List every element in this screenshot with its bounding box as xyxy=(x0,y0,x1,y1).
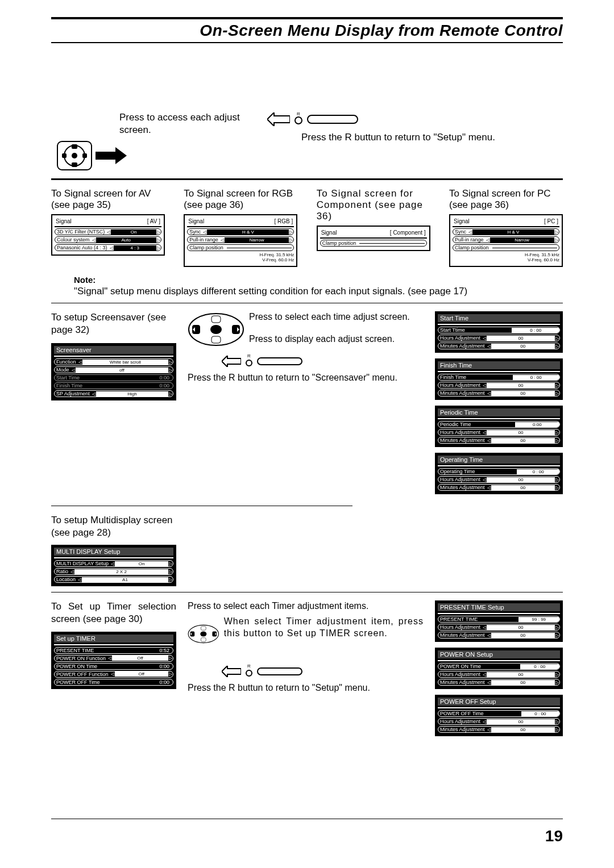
v: 0 : 00 xyxy=(520,664,560,669)
v: Narrow xyxy=(225,237,289,243)
panel-title: Operating Time xyxy=(438,456,560,464)
v: 00 xyxy=(487,625,555,630)
svg-point-18 xyxy=(210,325,222,334)
panel-title: PRESENT TIME Setup xyxy=(438,603,560,611)
intro-left: Press to access each adjust screen. xyxy=(119,111,262,136)
v: 0:52 xyxy=(96,648,173,653)
svg-point-6 xyxy=(72,153,77,158)
panel-title: Finish Time xyxy=(438,361,560,369)
note-body: "Signal" setup menu displays different s… xyxy=(74,286,563,297)
sig-rgb-heading: To Signal screen for RGB (see page 36) xyxy=(184,188,297,211)
ss-mid-b: Press to display each adjust screen. xyxy=(249,333,424,345)
sig-pc-heading: To Signal screen for PC (see page 36) xyxy=(449,188,563,211)
l: Hours Adjustment xyxy=(438,671,482,677)
l: Hours Adjustment xyxy=(438,719,482,724)
svg-marker-19 xyxy=(222,356,241,367)
l: Minutes Adjustment xyxy=(438,437,487,443)
vf: V-Freq. 60.0 Hz xyxy=(528,257,559,262)
v: H & V xyxy=(207,229,289,235)
svg-point-9 xyxy=(295,117,302,124)
v: 00 xyxy=(491,344,555,349)
svg-marker-8 xyxy=(267,112,290,126)
l: Location xyxy=(55,577,77,582)
note-label: Note: xyxy=(74,275,563,285)
timer-mid-b: When select Timer adjustment item, press… xyxy=(224,616,424,640)
v: 00 xyxy=(491,633,555,638)
ss-heading: To setup Screensaver (see page 32) xyxy=(51,311,176,336)
page-number: 19 xyxy=(545,827,563,845)
l: Hours Adjustment xyxy=(438,477,482,482)
l: Minutes Adjustment xyxy=(438,485,487,490)
hf: H-Freq. 31.5 kHz xyxy=(259,252,294,257)
val: Auto xyxy=(96,237,156,243)
svg-point-29 xyxy=(200,632,206,637)
page-title: On-Screen Menu Display from Remote Contr… xyxy=(51,22,563,40)
svg-rect-2 xyxy=(72,144,77,149)
svg-rect-21 xyxy=(258,358,302,365)
label: Colour system xyxy=(55,237,92,243)
r-label: R xyxy=(246,353,252,358)
hf: H-Freq. 31.5 kHz xyxy=(525,252,559,257)
timer-mid-c: Press the R buttun to return to "Setup" … xyxy=(188,682,424,694)
arrow-right-icon xyxy=(96,147,127,164)
l: PRESENT TIME xyxy=(55,648,96,653)
v: 0:00 xyxy=(102,679,173,685)
timer-box-title: Set up TIMER xyxy=(54,635,173,642)
l: Minutes Adjustment xyxy=(438,679,487,685)
sig-av-tag: [ AV ] xyxy=(147,218,160,224)
button-capsule-icon xyxy=(257,667,302,675)
l: Finish Time xyxy=(438,374,468,380)
v: White bar scroll xyxy=(82,360,168,365)
svg-rect-10 xyxy=(308,115,358,123)
v: 0 : 00 xyxy=(517,469,559,474)
l: Operating Time xyxy=(438,469,477,474)
v: 00 xyxy=(491,438,555,443)
l: Pull-in range xyxy=(453,237,486,243)
tag: [ RGB ] xyxy=(275,218,293,224)
tag: [ PC ] xyxy=(544,218,558,224)
v: Off xyxy=(112,656,168,661)
v: Narrow xyxy=(490,237,554,243)
v: 2 X 2 xyxy=(74,569,168,574)
v: 00 xyxy=(487,477,555,482)
panel-title: Start Time xyxy=(438,314,560,322)
panel-title: POWER OFF Setup xyxy=(438,698,560,706)
v: 00 xyxy=(487,336,555,341)
l: Start Ttime xyxy=(438,327,467,333)
panel-title: Periodic Time xyxy=(438,408,560,416)
ss-mid-a: Press to select each time adjust screen. xyxy=(249,311,424,323)
v: 0:00 xyxy=(81,375,173,381)
r-button-icon xyxy=(246,670,252,677)
ss-mid-c: Press the R buttun to return to "Screens… xyxy=(188,372,424,384)
v: Off xyxy=(115,671,168,677)
v: 00 xyxy=(491,391,555,396)
l: Minutes Adjustment xyxy=(438,727,487,732)
l: Minutes Adjustment xyxy=(438,390,487,396)
v: 99 : 99 xyxy=(518,617,559,622)
v: 00 xyxy=(491,485,555,490)
arrow-left-icon xyxy=(267,112,290,126)
r-label: R xyxy=(294,111,302,116)
timer-mid-a: Press to select each Timer adjustment it… xyxy=(188,600,424,612)
l: POWER OFF Time xyxy=(438,711,486,716)
l: Hours Adjustment xyxy=(438,335,482,341)
l: POWER ON Time xyxy=(438,663,483,669)
svg-rect-32 xyxy=(258,668,302,675)
r-button-icon xyxy=(294,116,302,124)
l: POWER ON Time xyxy=(55,663,99,669)
v: 0:00 xyxy=(99,663,173,669)
l: PRESENT TIME xyxy=(438,616,479,622)
l: POWER OFF Function xyxy=(55,671,110,677)
l: Clamp position xyxy=(453,245,491,251)
v: On xyxy=(115,561,168,566)
svg-marker-7 xyxy=(96,147,127,164)
remote-oval-icon xyxy=(188,616,219,652)
v: 00 xyxy=(487,719,555,724)
ss-title: Screensaver xyxy=(54,346,173,354)
l: Sync xyxy=(453,229,468,235)
v: 00 xyxy=(487,672,555,677)
v: 0 : 00 xyxy=(512,328,559,333)
l: Finish Time xyxy=(55,383,84,389)
t: Signal xyxy=(188,218,204,224)
sig-av-title: Signal xyxy=(56,218,72,224)
